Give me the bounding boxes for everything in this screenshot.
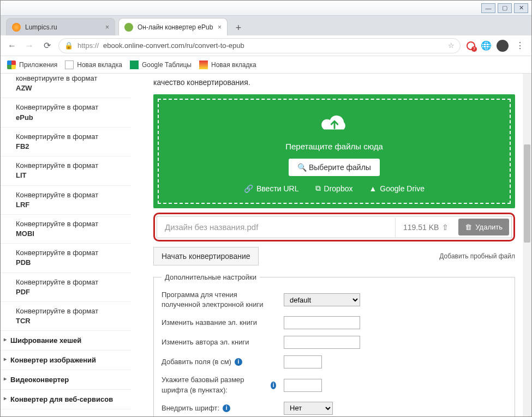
tab-close-icon[interactable]: ×	[105, 23, 109, 31]
browser-toolbar: ← → ⟳ 🔒 https://ebook.online-convert.com…	[1, 35, 531, 56]
sidebar-format-tcr[interactable]: Конвертируйте в форматTCR	[1, 302, 131, 331]
enter-url-button[interactable]: 🔗Ввести URL	[244, 184, 299, 193]
cloud-upload-icon	[319, 112, 350, 135]
uploaded-file-row: Дизайн без названия.pdf 119.51 KB⇧ 🗑Удал…	[157, 216, 512, 238]
bookmarks-bar: Приложения Новая вкладка Google Таблицы …	[1, 56, 531, 74]
gdrive-icon: ▲	[369, 184, 376, 193]
file-name: Дизайн без названия.pdf	[157, 217, 395, 237]
sidebar-category[interactable]: Видеоконвертер	[1, 370, 131, 390]
main-panel: качество конвертирования. Перетащите фай…	[131, 74, 531, 416]
sidebar-format-epub[interactable]: Конвертируйте в форматePub	[1, 98, 131, 127]
profile-avatar[interactable]	[497, 40, 509, 52]
reload-button[interactable]: ⟳	[41, 40, 53, 52]
bookmark-apps[interactable]: Приложения	[7, 61, 57, 69]
sidebar-category[interactable]: Конвертер изображений	[1, 350, 131, 370]
label-author: Изменить автора эл. книги	[162, 337, 276, 347]
quality-text: качество конвертирования.	[153, 74, 515, 94]
menu-button[interactable]: ⋮	[514, 40, 526, 52]
fontsize-input[interactable]	[284, 379, 322, 392]
url-prefix: https://	[77, 41, 99, 50]
tab-title: Он-лайн конвертер ePub	[138, 23, 213, 31]
sidebar-format-pdb[interactable]: Конвертируйте в форматPDB	[1, 244, 131, 273]
tab-strip: Lumpics.ru × Он-лайн конвертер ePub × +	[1, 16, 531, 35]
url-text: ebook.online-convert.com/ru/convert-to-e…	[103, 41, 244, 50]
sidebar-format-pdf[interactable]: Конвертируйте в форматPDF	[1, 273, 131, 302]
info-icon[interactable]: i	[235, 358, 242, 366]
sidebar: конвертируите в форматAZWКонвертируйте в…	[1, 74, 131, 416]
settings-legend: Дополнительные настройки	[162, 273, 260, 281]
dropbox-button[interactable]: ⧉Dropbox	[315, 184, 353, 193]
upload-icon: ⇧	[442, 223, 449, 232]
file-row-highlight: Дизайн без названия.pdf 119.51 KB⇧ 🗑Удал…	[153, 213, 515, 241]
embed-select[interactable]: Нет	[284, 402, 333, 415]
label-margin: Добавить поля (в см)i	[162, 357, 276, 367]
browser-window: — ▢ ✕ Lumpics.ru × Он-лайн конвертер ePu…	[0, 0, 532, 417]
sidebar-category[interactable]: Шифрование хешей	[1, 331, 131, 350]
source-row: 🔗Ввести URL ⧉Dropbox ▲Google Drive	[164, 184, 504, 193]
sidebar-format-lit[interactable]: Конвертируйте в форматLIT	[1, 156, 131, 185]
address-bar[interactable]: 🔒 https://ebook.online-convert.com/ru/co…	[58, 38, 461, 53]
drag-text: Перетащите файлы сюда	[164, 142, 504, 151]
label-embed: Внедрить шрифт:i	[162, 403, 276, 413]
dropzone-inner: Перетащите файлы сюда 🔍 Выберите файлы 🔗…	[158, 99, 511, 204]
scrollbar-thumb[interactable]	[524, 144, 530, 243]
label-title: Изменить название эл. книги	[162, 318, 276, 328]
extension-globe-icon[interactable]: 🌐	[481, 41, 491, 51]
sidebar-format-azw[interactable]: конвертируите в форматAZW	[1, 74, 131, 98]
sheets-icon	[130, 61, 139, 69]
window-minimize-button[interactable]: —	[481, 3, 495, 13]
delete-file-button[interactable]: 🗑Удалить	[458, 219, 509, 235]
page-icon	[65, 61, 74, 69]
new-tab-button[interactable]: +	[231, 20, 246, 35]
info-icon[interactable]: i	[271, 382, 276, 389]
search-icon: 🔍	[297, 163, 309, 172]
vertical-scrollbar[interactable]	[523, 74, 531, 416]
window-maximize-button[interactable]: ▢	[498, 3, 512, 13]
start-convert-button[interactable]: Начать конвертирование	[153, 247, 259, 265]
sidebar-category[interactable]: Конвертер для веб-сервисов	[1, 390, 131, 409]
tab-converter[interactable]: Он-лайн конвертер ePub ×	[118, 18, 228, 35]
choose-files-button[interactable]: 🔍 Выберите файлы	[289, 159, 380, 176]
author-input[interactable]	[284, 336, 360, 349]
google-drive-button[interactable]: ▲Google Drive	[369, 184, 425, 193]
bookmark-newtab-1[interactable]: Новая вкладка	[65, 61, 122, 69]
file-size: 119.51 KB⇧	[395, 217, 456, 237]
favicon-lumpics	[12, 23, 21, 32]
sidebar-format-lrf[interactable]: Конвертируйте в форматLRF	[1, 186, 131, 215]
star-icon[interactable]: ☆	[448, 41, 455, 50]
favicon-converter	[124, 23, 133, 32]
tab-title: Lumpics.ru	[25, 23, 57, 31]
svg-point-0	[467, 42, 475, 50]
bookmark-newtab-2[interactable]: Новая вкладка	[199, 61, 256, 69]
tab-lumpics[interactable]: Lumpics.ru ×	[6, 18, 115, 35]
info-icon[interactable]: i	[223, 404, 230, 412]
window-close-button[interactable]: ✕	[514, 3, 528, 13]
extension-opera-icon[interactable]	[466, 41, 476, 51]
forward-button[interactable]: →	[23, 40, 35, 52]
sidebar-format-mobi[interactable]: Конвертируйте в форматMOBI	[1, 215, 131, 244]
dropbox-icon: ⧉	[315, 184, 321, 193]
sidebar-format-fb2[interactable]: Конвертируйте в форматFB2	[1, 128, 131, 156]
page-content: конвертируите в форматAZWКонвертируйте в…	[1, 74, 531, 416]
back-button[interactable]: ←	[6, 40, 18, 52]
lock-icon: 🔒	[64, 41, 73, 50]
add-test-file-link[interactable]: Добавить пробный файл	[439, 252, 515, 260]
reader-select[interactable]: default	[284, 293, 360, 306]
sidebar-footer-image	[1, 409, 131, 416]
page-icon	[199, 61, 208, 69]
dropzone[interactable]: Перетащите файлы сюда 🔍 Выберите файлы 🔗…	[153, 94, 515, 208]
bookmark-sheets[interactable]: Google Таблицы	[130, 61, 192, 69]
label-reader: Программа для чтения полученной электрон…	[162, 290, 276, 310]
title-input[interactable]	[284, 316, 360, 329]
apps-icon	[7, 61, 16, 69]
label-fontsize: Укажите базовый размер шрифта (в пунктах…	[162, 375, 276, 395]
link-icon: 🔗	[244, 184, 253, 193]
window-titlebar: — ▢ ✕	[1, 1, 531, 16]
margin-input[interactable]	[284, 355, 322, 368]
tab-close-icon[interactable]: ×	[218, 23, 222, 31]
trash-icon: 🗑	[465, 223, 472, 231]
settings-fieldset: Дополнительные настройки Программа для ч…	[153, 273, 515, 416]
below-row: Начать конвертирование Добавить пробный …	[153, 247, 515, 265]
